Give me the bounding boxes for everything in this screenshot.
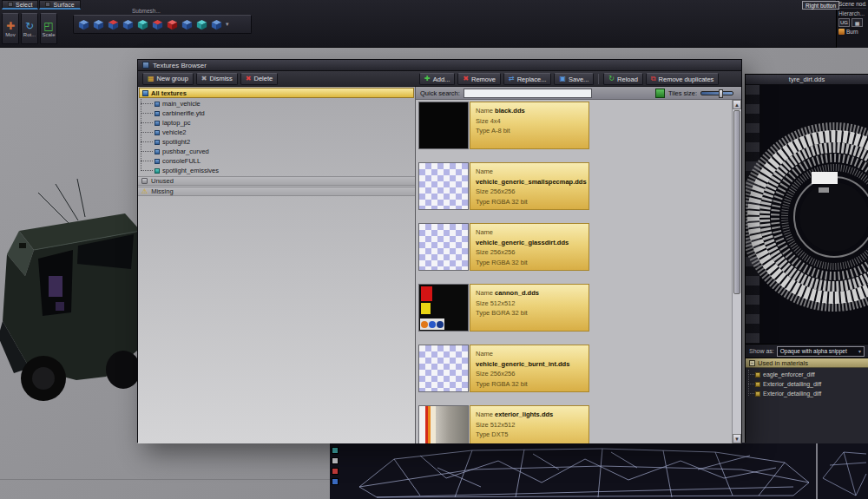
group-icon — [155, 140, 160, 145]
unused-section[interactable]: Unused — [138, 176, 415, 186]
tree-item-carbinerifle[interactable]: carbinerifle.ytd — [147, 108, 415, 118]
texture-viewer-titlebar[interactable]: tyre_dirt.dds — [746, 75, 868, 85]
tiles-size-slider[interactable] — [700, 91, 733, 95]
texture-thumbnail[interactable] — [418, 102, 469, 149]
mini-tool-icon[interactable] — [332, 468, 339, 475]
scale-tool-label: Scale — [42, 32, 55, 37]
dismiss-button[interactable]: ✖ Dismiss — [196, 73, 238, 85]
tree-item-main-vehicle[interactable]: main_vehicle — [147, 99, 415, 108]
remove-icon: ✖ — [463, 76, 469, 82]
unused-icon — [141, 178, 148, 184]
submesh-cube-icon[interactable] — [91, 17, 105, 31]
texture-name: vehicle_generic_smallspecmap.dds — [476, 178, 587, 186]
mini-tool-icon[interactable] — [332, 457, 339, 464]
scroll-up-arrow[interactable]: ▲ — [733, 100, 741, 109]
toolbar-separator — [598, 74, 599, 84]
submesh-cube-icon[interactable] — [209, 17, 223, 31]
window-title: Textures Browser — [153, 62, 207, 69]
submesh-cube-icon[interactable] — [165, 17, 179, 31]
tiles-size-label: Tiles size: — [668, 89, 697, 97]
vehicle-wireframe — [342, 443, 868, 499]
textures-stack-icon — [142, 90, 148, 96]
thumb-light-dots — [420, 318, 444, 330]
submesh-cube-icon[interactable] — [76, 17, 90, 31]
texture-list-item[interactable]: Name vehicle_generic_glassdirt.dds Size … — [418, 223, 729, 271]
submesh-cube-icon[interactable] — [180, 17, 194, 31]
texture-thumbnail[interactable] — [418, 405, 469, 443]
remove-duplicates-button[interactable]: ⧉ Remove duplicates — [646, 73, 720, 85]
submesh-cube-icon[interactable] — [194, 17, 208, 31]
tree-item-laptop-pc[interactable]: laptop_pc — [147, 118, 415, 128]
tree-item-vehicle2[interactable]: vehicle2 — [147, 128, 415, 137]
add-texture-button[interactable]: ✚ Add... — [419, 73, 455, 85]
dismiss-icon: ✖ — [201, 76, 207, 82]
quick-search-input[interactable] — [464, 89, 592, 98]
vehicle-3d-model[interactable] — [0, 163, 151, 434]
texture-thumbnail[interactable] — [418, 284, 469, 332]
save-texture-button[interactable]: ▣ Save... — [554, 73, 594, 85]
texture-preview-canvas[interactable] — [746, 85, 868, 344]
rotate-tool-button[interactable]: ↻ Rot... — [21, 13, 38, 44]
new-group-button[interactable]: ▦ New group — [142, 73, 194, 85]
scale-tool-button[interactable]: ◰ Scale — [40, 13, 57, 44]
texture-size: 256x256 — [490, 187, 516, 195]
texture-thumbnail[interactable] — [418, 345, 469, 392]
delete-button[interactable]: ✖ Delete — [240, 73, 278, 85]
burn-label[interactable]: Burn — [846, 29, 858, 35]
used-in-materials-header[interactable]: − Used in materials — [746, 358, 868, 368]
textures-browser-titlebar[interactable]: Textures Browser — [138, 60, 741, 71]
texture-list-item[interactable]: Name vehicle_generic_smallspecmap.dds Si… — [418, 162, 729, 210]
submesh-cube-icon[interactable] — [106, 17, 120, 31]
ug-button[interactable]: UG — [838, 18, 850, 27]
texture-size: 512x512 — [490, 299, 516, 307]
submesh-cube-icon[interactable] — [150, 17, 164, 31]
move-tool-button[interactable]: ✚ Mov — [2, 13, 19, 44]
scrollbar-thumb[interactable] — [733, 110, 740, 294]
texture-actions: ✚ Add... ✖ Remove ⇄ Replace... ▣ Save...… — [419, 73, 719, 85]
material-item[interactable]: eagle_enforcer_diff — [752, 370, 868, 379]
texture-list-scrollbar[interactable]: ▲ ▼ — [732, 100, 741, 443]
wireframe-viewport[interactable] — [330, 443, 868, 499]
right-button-tooltip: Right button — [802, 1, 839, 10]
filter-icon[interactable] — [655, 89, 665, 98]
texture-list-item[interactable]: Name vehicle_generic_burnt_int.dds Size … — [418, 345, 729, 392]
texture-thumbnail[interactable] — [418, 223, 469, 271]
grid-icon[interactable]: ▦ — [852, 18, 863, 27]
tree-item-pushbar-curved[interactable]: pushbar_curved — [147, 147, 415, 156]
replace-icon: ⇄ — [509, 76, 515, 82]
slider-thumb[interactable] — [719, 89, 723, 98]
texture-list-item[interactable]: Name black.dds Size 4x4 Type A-8 bit — [418, 102, 729, 149]
missing-section[interactable]: ⚠ Missing — [138, 187, 415, 196]
hierarchy-label: Hierarch... — [838, 10, 866, 16]
show-as-dropdown[interactable]: Opaque with alpha snippet ▾ — [777, 346, 865, 357]
tree-item-consolefull[interactable]: consoleFULL — [147, 156, 415, 166]
mini-tool-icon[interactable] — [332, 447, 339, 454]
group-icon — [155, 102, 160, 107]
submesh-cube-icon[interactable] — [135, 17, 149, 31]
texture-thumbnail[interactable] — [418, 162, 469, 210]
replace-texture-button[interactable]: ⇄ Replace... — [503, 73, 551, 85]
tree-root-all-textures[interactable]: All textures — [139, 88, 414, 98]
mini-tool-icon[interactable] — [332, 478, 339, 485]
texture-size: 4x4 — [490, 117, 501, 125]
tab-select[interactable]: Select — [2, 0, 38, 10]
collapse-icon[interactable]: − — [749, 360, 755, 366]
texture-name: cannon_d.dds — [495, 289, 539, 297]
tree-item-spotlight2[interactable]: spotlight2 — [147, 137, 415, 147]
tree-item-spotlight-emissives[interactable]: spotlight_emissives — [147, 166, 415, 175]
remove-texture-button[interactable]: ✖ Remove — [457, 73, 501, 85]
material-item[interactable]: Exterior_detailing_diff — [752, 379, 868, 389]
material-icon — [755, 382, 760, 387]
reload-button[interactable]: ↻ Reload — [603, 73, 642, 85]
scene-panel-title: Scene nod... — [838, 1, 866, 9]
chevron-down-icon[interactable]: ▾ — [224, 21, 231, 28]
submesh-label: Submesh... — [73, 8, 252, 14]
tree-items: main_vehicle carbinerifle.ytd laptop_pc … — [138, 99, 415, 175]
submesh-cube-icon[interactable] — [121, 17, 135, 31]
wireframe-mini-toolbar — [332, 447, 339, 485]
material-item[interactable]: Exterior_detailing_diff — [752, 389, 868, 398]
scroll-down-arrow[interactable]: ▼ — [733, 434, 741, 443]
texture-list-item[interactable]: Name exterior_lights.dds Size 512x512 Ty… — [418, 405, 729, 443]
texture-list-item[interactable]: Name cannon_d.dds Size 512x512 Type BGRA… — [418, 284, 729, 332]
group-icon — [155, 111, 160, 116]
